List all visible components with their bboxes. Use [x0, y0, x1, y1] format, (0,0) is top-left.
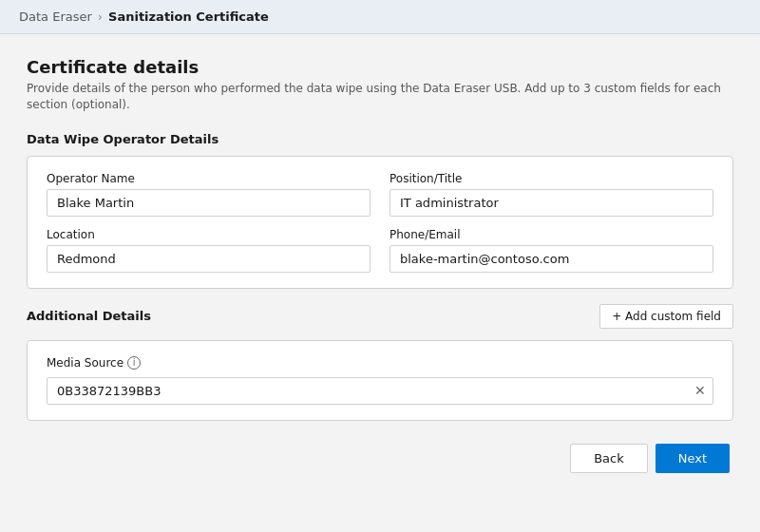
operator-row-1: Operator Name Position/Title — [47, 172, 713, 217]
media-source-input-wrapper: ✕ — [47, 377, 713, 405]
additional-form-card: Media Source i ✕ — [27, 340, 733, 421]
media-source-clear-button[interactable]: ✕ — [694, 384, 706, 397]
phone-email-input[interactable] — [390, 245, 713, 273]
media-source-info-icon[interactable]: i — [127, 356, 141, 370]
media-source-label: Media Source — [47, 356, 124, 370]
breadcrumb-separator: › — [98, 10, 103, 24]
next-button[interactable]: Next — [656, 444, 730, 473]
breadcrumb-current: Sanitization Certificate — [108, 10, 269, 24]
position-title-label: Position/Title — [390, 172, 713, 185]
position-title-input[interactable] — [390, 189, 713, 217]
phone-email-group: Phone/Email — [390, 228, 713, 273]
page-title: Certificate details — [27, 57, 733, 77]
main-content: Certificate details Provide details of t… — [0, 34, 760, 526]
operator-name-group: Operator Name — [47, 172, 370, 217]
breadcrumb-parent[interactable]: Data Eraser — [19, 10, 92, 24]
operator-section-title: Data Wipe Operator Details — [27, 132, 733, 146]
media-source-input[interactable] — [47, 377, 713, 405]
phone-email-label: Phone/Email — [390, 228, 713, 241]
location-input[interactable] — [47, 245, 370, 273]
operator-name-input[interactable] — [47, 189, 370, 217]
operator-form-card: Operator Name Position/Title Location Ph… — [27, 156, 733, 289]
location-label: Location — [47, 228, 370, 241]
breadcrumb: Data Eraser › Sanitization Certificate — [0, 0, 760, 34]
position-title-group: Position/Title — [390, 172, 713, 217]
media-source-group: Media Source i ✕ — [47, 356, 713, 405]
additional-section-title: Additional Details — [27, 309, 151, 323]
operator-row-2: Location Phone/Email — [47, 228, 713, 273]
add-custom-field-button[interactable]: + Add custom field — [599, 304, 733, 329]
location-group: Location — [47, 228, 370, 273]
page-description: Provide details of the person who perfor… — [27, 81, 733, 113]
back-button[interactable]: Back — [570, 444, 648, 473]
media-source-label-row: Media Source i — [47, 356, 713, 370]
operator-name-label: Operator Name — [47, 172, 370, 185]
footer-actions: Back Next — [27, 444, 733, 473]
additional-section-header: Additional Details + Add custom field — [27, 304, 733, 329]
